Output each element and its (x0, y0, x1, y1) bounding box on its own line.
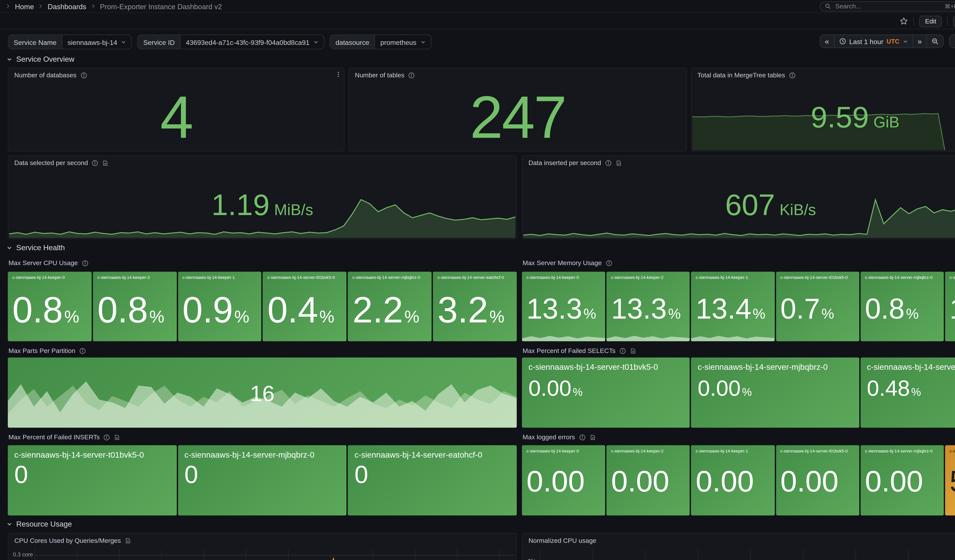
panel-header-failed-selects[interactable]: Max Percent of Failed SELECTs (523, 347, 636, 354)
time-shift-back-button[interactable]: « (820, 34, 834, 48)
breadcrumb-link[interactable]: Dashboards (48, 2, 86, 10)
stat-tile[interactable]: c-siennaaws-bj-14-server-t01bvk5-0 0 (8, 445, 177, 516)
export-button[interactable]: Export (953, 15, 955, 27)
stat-tile[interactable]: c-siennaaws-bj-14-server-eatohcf-0 0.48% (861, 358, 955, 428)
breadcrumb-item[interactable]: Home (5, 2, 34, 10)
stat-tile[interactable]: c-siennaaws-bj-14-server-t01bvk5-0 0.7% (776, 272, 859, 341)
info-icon[interactable] (80, 72, 87, 78)
info-icon[interactable] (606, 260, 612, 266)
panel-header[interactable]: Data inserted per second (523, 156, 955, 170)
tile-value: 13.3% (611, 293, 681, 325)
panel-menu-icon[interactable] (335, 71, 342, 78)
info-icon[interactable] (605, 160, 611, 166)
stat-tile[interactable]: c-siennaaws-bj-14-server-mjbqbrz-0 2.2% (348, 272, 432, 341)
description-icon[interactable] (102, 160, 109, 166)
panel-header-failed-inserts[interactable]: Max Percent of Failed INSERTs (8, 433, 121, 441)
panel-header[interactable]: CPU Cores Used by Queries/Merges (8, 533, 516, 547)
info-icon[interactable] (92, 160, 99, 166)
section-resource-usage[interactable]: Resource Usage (6, 520, 72, 528)
panel-normalized-cpu: Normalized CPU usage 3% (522, 533, 955, 560)
tile-sparkline (522, 334, 605, 341)
tile-value: 0 (184, 461, 198, 489)
divider (947, 17, 948, 25)
stat-tile[interactable]: c-siennaaws-bj-14-server-eatohcf-0 3.2% (433, 272, 517, 341)
tile-label: c-siennaaws-bj-14-keeper-0 (8, 272, 91, 284)
stat-tile[interactable]: c-siennaaws-bj-14-keeper-0 13.3% (522, 272, 605, 341)
panel-header[interactable]: Number of databases (8, 68, 344, 82)
stat-value: 607 (725, 187, 775, 222)
stat-tile[interactable]: c-siennaaws-bj-14-server-t01bvk5-0 0.00% (522, 358, 690, 428)
search-input[interactable] (834, 2, 941, 10)
info-icon[interactable] (79, 347, 86, 354)
stat-tiles-max-cpu: c-siennaaws-bj-14-keeper-0 0.8% c-sienna… (8, 272, 517, 341)
panel-header-max-memory[interactable]: Max Server Memory Usage (523, 260, 612, 266)
panel-header-max-cpu[interactable]: Max Server CPU Usage (8, 260, 88, 266)
stat-tile[interactable]: c-siennaaws-bj-14-server-t01bvk5-0 0.4% (263, 272, 347, 341)
info-icon[interactable] (82, 260, 88, 266)
edit-button[interactable]: Edit (919, 15, 942, 27)
tile-label: c-siennaaws-bj-14-keeper-0 (522, 445, 605, 457)
description-icon[interactable] (589, 434, 596, 440)
panel-header[interactable]: Total data in MergeTree tables (692, 68, 955, 82)
zoom-out-button[interactable] (926, 34, 944, 48)
breadcrumb-link[interactable]: Home (15, 2, 34, 10)
variable-label: Service Name (8, 35, 62, 49)
section-service-health[interactable]: Service Health (6, 244, 65, 252)
stat-tile[interactable]: c-siennaaws-bj-14-server-mjbqbrz-0 0.8% (861, 272, 944, 341)
stat-tile[interactable]: c-siennaaws-bj-14-keeper-2 0.00 (607, 445, 690, 516)
panel-header-max-logged-errors[interactable]: Max logged errors (523, 433, 596, 441)
breadcrumb-item[interactable]: Dashboards (38, 2, 86, 10)
stat-tile[interactable]: c-siennaaws-bj-14-server-mjbqbrz-0 0.00% (691, 358, 859, 428)
breadcrumb-link[interactable]: Prom-Exporter Instance Dashboard v2 (100, 2, 222, 10)
variable-dropdown[interactable]: 43693ed4-a71c-43fc-93f9-f04a0bd8ca91 (181, 35, 324, 49)
stat-tile[interactable]: c-siennaaws-bj-14-keeper-1 0.00 (691, 445, 775, 516)
tile-label: c-siennaaws-bj-14-server-eatohcf-0 (861, 358, 955, 377)
variable-control: Service Name siennaaws-bj-14 (8, 34, 132, 49)
stat-tile[interactable]: c-siennaaws-bj-14-server-eatohcf-0 5.00 (945, 445, 955, 516)
description-icon[interactable] (630, 347, 636, 354)
panel-header[interactable]: Number of tables (349, 68, 686, 82)
stat-tile[interactable]: c-siennaaws-bj-14-keeper-1 0.9% (178, 272, 261, 341)
info-icon[interactable] (409, 72, 415, 78)
variable-value: 43693ed4-a71c-43fc-93f9-f04a0bd8ca91 (186, 38, 310, 46)
stat-tile[interactable]: c-siennaaws-bj-14-keeper-1 13.4% (691, 272, 775, 341)
description-icon[interactable] (615, 160, 622, 166)
stat-tile[interactable]: c-siennaaws-bj-14-server-mjbqbrz-0 0.00 (861, 445, 944, 516)
tile-value: 0.4% (268, 289, 334, 331)
search-box[interactable]: ⌘+k (820, 1, 955, 11)
info-icon[interactable] (579, 434, 586, 440)
stat-tile[interactable]: c-siennaaws-bj-14-keeper-0 0.8% (8, 272, 91, 341)
description-icon[interactable] (114, 434, 121, 440)
breadcrumb: Home Dashboards Prom-Exporter Instance D… (5, 2, 222, 10)
stat-tile[interactable]: c-siennaaws-bj-14-keeper-2 0.8% (93, 272, 177, 341)
stat-tile[interactable]: c-siennaaws-bj-14-keeper-0 0.00 (522, 445, 605, 516)
variable-dropdown[interactable]: siennaaws-bj-14 (63, 35, 132, 49)
chart-gridline-horizontal (34, 555, 515, 555)
info-icon[interactable] (789, 72, 795, 78)
breadcrumb-item[interactable]: Prom-Exporter Instance Dashboard v2 (90, 2, 222, 10)
stat-unit: KiB/s (780, 201, 816, 219)
stat-tile[interactable]: c-siennaaws-bj-14-server-eatohcf-0 1.4% (945, 272, 955, 341)
stat-value: 1.19 (211, 187, 270, 222)
stat-tiles-max-memory: c-siennaaws-bj-14-keeper-0 13.3% c-sienn… (522, 272, 955, 341)
time-range-picker[interactable]: Last 1 hour UTC (834, 34, 913, 48)
refresh-button[interactable]: Refresh (949, 34, 955, 48)
stat-tile[interactable]: c-siennaaws-bj-14-server-t01bvk5-0 0.00 (776, 445, 859, 516)
star-icon[interactable] (900, 17, 908, 25)
stat-tile[interactable]: c-siennaaws-bj-14-keeper-2 13.3% (607, 272, 690, 341)
description-icon[interactable] (125, 537, 131, 544)
variable-control: Service ID 43693ed4-a71c-43fc-93f9-f04a0… (137, 34, 324, 49)
stat-tile[interactable]: c-siennaaws-bj-14-server-eatohcf-0 0 (348, 445, 517, 516)
panel-header-max-parts[interactable]: Max Parts Per Partition (8, 347, 86, 354)
section-service-overview[interactable]: Service Overview (6, 55, 75, 63)
info-icon[interactable] (619, 347, 626, 354)
panel-header[interactable]: Data selected per second (8, 156, 516, 170)
section-title: Service Overview (16, 55, 74, 63)
stat-tile[interactable]: c-siennaaws-bj-14-server-mjbqbrz-0 0 (178, 445, 347, 516)
panel-header[interactable]: Normalized CPU usage (523, 533, 955, 547)
max-parts-chart[interactable]: 16 (8, 358, 517, 428)
variable-dropdown[interactable]: prometheus (375, 35, 431, 49)
time-shift-forward-button[interactable]: » (913, 34, 927, 48)
info-icon[interactable] (104, 434, 110, 440)
tile-label: c-siennaaws-bj-14-server-eatohcf-0 (945, 272, 955, 284)
